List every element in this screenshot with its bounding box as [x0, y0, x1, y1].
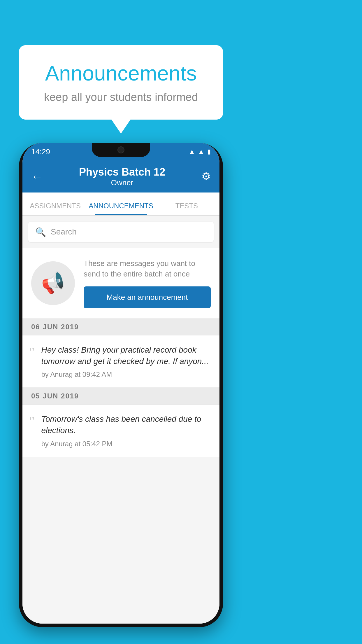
- announcement-description: These are messages you want to send to t…: [84, 258, 211, 279]
- search-placeholder: Search: [51, 227, 77, 237]
- announcement-prompt: 📢 These are messages you want to send to…: [22, 248, 219, 318]
- phone-frame: 14:29 ▲ ▲ ▮ ← Physics Batch 12 Owner ⚙ A…: [19, 143, 223, 627]
- tab-tests[interactable]: TESTS: [154, 202, 219, 215]
- search-bar[interactable]: 🔍 Search: [28, 222, 214, 242]
- content-area: 🔍 Search 📢 These are messages you want t…: [22, 216, 219, 624]
- app-bar-title-section: Physics Batch 12 Owner: [43, 166, 201, 187]
- announcement-meta-2: by Anurag at 05:42 PM: [41, 440, 112, 448]
- wifi-icon: ▲: [189, 148, 195, 155]
- phone-screen: 14:29 ▲ ▲ ▮ ← Physics Batch 12 Owner ⚙ A…: [22, 143, 219, 624]
- announcement-item-1[interactable]: " Hey class! Bring your practical record…: [22, 335, 219, 388]
- speech-bubble-container: Announcements keep all your students inf…: [19, 45, 223, 120]
- quote-icon-1: ": [28, 344, 35, 358]
- announcement-content-2: Tomorrow's class has been cancelled due …: [41, 413, 211, 448]
- front-camera: [117, 146, 124, 153]
- tab-announcements[interactable]: ANNOUNCEMENTS: [88, 202, 154, 215]
- app-bar-subtitle: Owner: [43, 178, 201, 187]
- date-separator-2: 05 JUN 2019: [22, 388, 219, 405]
- announcement-icon-circle: 📢: [31, 261, 75, 305]
- tab-assignments[interactable]: ASSIGNMENTS: [22, 202, 88, 215]
- announcement-item-2[interactable]: " Tomorrow's class has been cancelled du…: [22, 405, 219, 457]
- search-icon: 🔍: [35, 227, 46, 237]
- announcement-meta-1: by Anurag at 09:42 AM: [41, 370, 112, 378]
- date-separator-1: 06 JUN 2019: [22, 318, 219, 335]
- status-icons: ▲ ▲ ▮: [189, 148, 211, 155]
- announcement-content-1: Hey class! Bring your practical record b…: [41, 344, 211, 379]
- back-button[interactable]: ←: [31, 170, 43, 183]
- bubble-subtitle: keep all your students informed: [36, 91, 205, 104]
- announcement-text-2: Tomorrow's class has been cancelled due …: [41, 413, 211, 436]
- signal-icon: ▲: [198, 148, 204, 155]
- megaphone-icon: 📢: [39, 270, 67, 297]
- make-announcement-button[interactable]: Make an announcement: [84, 286, 211, 308]
- tabs-bar: ASSIGNMENTS ANNOUNCEMENTS TESTS: [22, 192, 219, 216]
- quote-icon-2: ": [28, 413, 35, 428]
- phone-notch: [92, 143, 150, 157]
- announcement-text-1: Hey class! Bring your practical record b…: [41, 344, 211, 367]
- app-bar-title: Physics Batch 12: [43, 166, 201, 178]
- settings-button[interactable]: ⚙: [201, 170, 211, 183]
- app-bar: ← Physics Batch 12 Owner ⚙: [22, 160, 219, 192]
- battery-icon: ▮: [207, 148, 211, 155]
- speech-bubble: Announcements keep all your students inf…: [19, 45, 223, 120]
- status-time: 14:29: [31, 147, 50, 156]
- bubble-title: Announcements: [36, 61, 205, 85]
- announcement-right: These are messages you want to send to t…: [84, 258, 211, 308]
